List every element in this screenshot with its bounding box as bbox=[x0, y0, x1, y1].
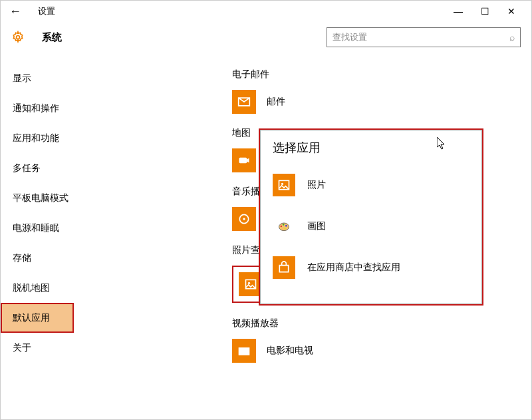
minimize-button[interactable]: — bbox=[452, 6, 465, 17]
camera-icon bbox=[232, 148, 256, 172]
popup-item-store[interactable]: 在应用商店中查找应用 bbox=[273, 250, 469, 285]
popup-item-label: 在应用商店中查找应用 bbox=[307, 262, 400, 274]
close-button[interactable]: ✕ bbox=[505, 6, 518, 17]
sidebar-item-power[interactable]: 电源和睡眠 bbox=[1, 213, 219, 243]
photo-icon bbox=[239, 272, 263, 296]
video-icon bbox=[232, 339, 256, 363]
music-icon bbox=[232, 207, 256, 231]
svg-rect-1 bbox=[239, 158, 247, 163]
window-controls: — ☐ ✕ bbox=[452, 6, 526, 17]
app-picker-popup: 选择应用 照片 画图 在应用商店中查找应用 bbox=[260, 130, 482, 304]
photo-icon bbox=[273, 174, 295, 196]
popup-item-paint[interactable]: 画图 bbox=[273, 209, 469, 244]
svg-point-10 bbox=[281, 226, 283, 228]
sidebar-item-apps[interactable]: 应用和功能 bbox=[1, 123, 219, 153]
default-app-email[interactable]: 邮件 bbox=[232, 90, 531, 114]
header: 系统 查找设置 ⌕ bbox=[1, 22, 531, 57]
titlebar: ← 设置 — ☐ ✕ bbox=[1, 1, 531, 22]
sidebar-item-default-apps[interactable]: 默认应用 bbox=[1, 303, 74, 333]
svg-point-13 bbox=[284, 228, 286, 230]
popup-item-label: 画图 bbox=[307, 220, 326, 232]
window-title: 设置 bbox=[38, 5, 55, 17]
svg-point-3 bbox=[243, 218, 245, 220]
popup-item-label: 照片 bbox=[307, 179, 326, 191]
sidebar-item-storage[interactable]: 存储 bbox=[1, 243, 219, 273]
sidebar-item-multitask[interactable]: 多任务 bbox=[1, 153, 219, 183]
search-icon: ⌕ bbox=[509, 32, 515, 43]
default-app-video[interactable]: 电影和电视 bbox=[232, 339, 531, 363]
gear-icon bbox=[11, 31, 25, 44]
page-title: 系统 bbox=[42, 31, 62, 44]
store-icon bbox=[273, 256, 295, 279]
paint-icon bbox=[273, 215, 295, 238]
app-name: 电影和电视 bbox=[267, 345, 313, 357]
svg-point-8 bbox=[281, 183, 283, 185]
sidebar-item-tablet[interactable]: 平板电脑模式 bbox=[1, 183, 219, 213]
sidebar-item-display[interactable]: 显示 bbox=[1, 63, 219, 93]
svg-point-12 bbox=[285, 225, 287, 227]
section-video: 视频播放器 bbox=[232, 317, 531, 329]
popup-item-photos[interactable]: 照片 bbox=[273, 168, 469, 202]
mail-icon bbox=[232, 90, 256, 114]
sidebar-item-notifications[interactable]: 通知和操作 bbox=[1, 93, 219, 123]
search-input[interactable]: 查找设置 ⌕ bbox=[327, 27, 521, 47]
svg-point-5 bbox=[248, 282, 250, 284]
svg-rect-6 bbox=[239, 347, 250, 355]
section-email: 电子邮件 bbox=[232, 69, 531, 81]
svg-point-0 bbox=[17, 36, 20, 39]
sidebar: 显示 通知和操作 应用和功能 多任务 平板电脑模式 电源和睡眠 存储 脱机地图 … bbox=[1, 57, 219, 420]
svg-point-11 bbox=[283, 224, 285, 226]
search-placeholder: 查找设置 bbox=[332, 31, 367, 43]
popup-title: 选择应用 bbox=[273, 140, 469, 156]
back-button[interactable]: ← bbox=[6, 5, 25, 19]
maximize-button[interactable]: ☐ bbox=[478, 6, 491, 17]
sidebar-item-offline-maps[interactable]: 脱机地图 bbox=[1, 273, 219, 303]
sidebar-item-about[interactable]: 关于 bbox=[1, 333, 219, 363]
app-name: 邮件 bbox=[267, 96, 285, 108]
